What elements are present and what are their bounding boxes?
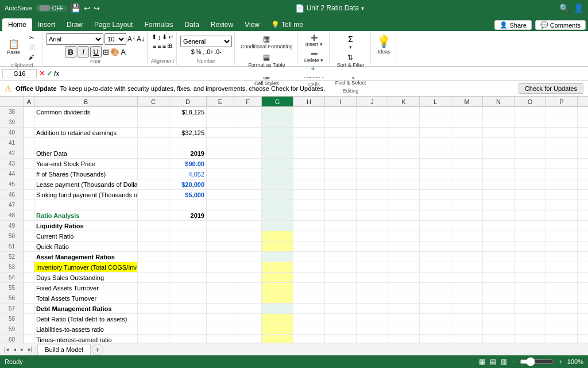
cell-h[interactable] [293, 293, 325, 303]
cell-o[interactable] [514, 200, 546, 210]
cell-h[interactable] [293, 273, 325, 282]
cell-c[interactable] [138, 138, 169, 148]
cell-d[interactable] [169, 241, 207, 251]
cell-c[interactable] [138, 117, 169, 127]
cell-e[interactable] [207, 179, 234, 189]
cell-m[interactable] [451, 241, 483, 251]
cell-f[interactable] [234, 159, 262, 168]
cell-d[interactable]: $5,000 [169, 190, 207, 200]
row-number[interactable]: 59 [0, 324, 24, 334]
cell-o[interactable] [514, 221, 546, 231]
conditional-formatting-button[interactable]: ▦ Conditional Formatting [238, 33, 295, 51]
cell-g[interactable] [262, 262, 293, 272]
cell-j[interactable] [357, 304, 388, 313]
cell-l[interactable] [420, 138, 451, 148]
cell-g[interactable] [262, 293, 293, 303]
cell-e[interactable] [207, 293, 234, 303]
col-header-g[interactable]: G [262, 97, 293, 106]
cell-d[interactable] [169, 117, 207, 127]
cell-n[interactable] [483, 231, 514, 241]
cell-e[interactable] [207, 138, 234, 148]
cell-k[interactable] [388, 252, 420, 262]
cell-q[interactable] [578, 159, 588, 168]
col-header-q[interactable]: Q [578, 97, 588, 106]
cell-h[interactable] [293, 314, 325, 324]
cell-i[interactable] [325, 262, 357, 272]
cell-q[interactable] [578, 241, 588, 251]
cell-m[interactable] [451, 262, 483, 272]
cell-e[interactable] [207, 148, 234, 158]
cell-o[interactable] [514, 304, 546, 313]
cell-l[interactable] [420, 231, 451, 241]
cell-l[interactable] [420, 169, 451, 179]
cell-a[interactable] [24, 335, 34, 343]
cell-h[interactable] [293, 128, 325, 137]
cell-g[interactable] [262, 324, 293, 334]
align-top-icon[interactable]: ⬆ [152, 33, 157, 41]
cell-j[interactable] [357, 179, 388, 189]
decrease-font-icon[interactable]: A↓ [137, 35, 145, 43]
cell-k[interactable] [388, 293, 420, 303]
cell-b[interactable]: Year-end Stock Price [34, 159, 138, 168]
cell-b[interactable] [34, 200, 138, 210]
cell-n[interactable] [483, 293, 514, 303]
row-number[interactable]: 43 [0, 159, 24, 168]
cell-m[interactable] [451, 159, 483, 168]
cell-j[interactable] [357, 159, 388, 168]
cell-m[interactable] [451, 190, 483, 200]
cell-i[interactable] [325, 241, 357, 251]
cell-j[interactable] [357, 128, 388, 137]
cell-i[interactable] [325, 128, 357, 137]
cell-d[interactable]: $20,000 [169, 179, 207, 189]
decrease-decimal-icon[interactable]: .0- [215, 49, 222, 55]
cell-j[interactable] [357, 252, 388, 262]
cell-p[interactable] [546, 210, 578, 220]
cell-b[interactable]: Days Sales Outstanding [34, 273, 138, 282]
row-number[interactable]: 41 [0, 138, 24, 148]
cell-l[interactable] [420, 190, 451, 200]
cell-j[interactable] [357, 262, 388, 272]
cell-i[interactable] [325, 304, 357, 313]
cell-f[interactable] [234, 210, 262, 220]
col-header-b[interactable]: B [34, 97, 138, 106]
tab-data[interactable]: Data [179, 18, 204, 31]
border-icon[interactable]: ⊞ [103, 48, 109, 56]
col-header-m[interactable]: M [451, 97, 483, 106]
cell-g[interactable] [262, 117, 293, 127]
profile-icon[interactable]: 👤 [574, 3, 583, 13]
cell-m[interactable] [451, 128, 483, 137]
cell-j[interactable] [357, 221, 388, 231]
cell-i[interactable] [325, 107, 357, 117]
cell-n[interactable] [483, 273, 514, 282]
cell-d[interactable] [169, 324, 207, 334]
cell-n[interactable] [483, 314, 514, 324]
align-left-icon[interactable]: ≡ [153, 43, 156, 49]
cell-p[interactable] [546, 293, 578, 303]
tab-insert[interactable]: Insert [32, 18, 61, 31]
cell-h[interactable] [293, 159, 325, 168]
cell-h[interactable] [293, 200, 325, 210]
cell-p[interactable] [546, 283, 578, 293]
cell-n[interactable] [483, 179, 514, 189]
cell-o[interactable] [514, 107, 546, 117]
cell-c[interactable] [138, 221, 169, 231]
tab-formulas[interactable]: Formulas [138, 18, 179, 31]
cell-n[interactable] [483, 252, 514, 262]
col-header-h[interactable]: H [293, 97, 325, 106]
tab-draw[interactable]: Draw [61, 18, 88, 31]
cell-i[interactable] [325, 231, 357, 241]
cell-i[interactable] [325, 273, 357, 282]
cell-n[interactable] [483, 210, 514, 220]
row-number[interactable]: 57 [0, 304, 24, 313]
cell-d[interactable] [169, 252, 207, 262]
cell-p[interactable] [546, 138, 578, 148]
cell-d[interactable]: $18,125 [169, 107, 207, 117]
cell-h[interactable] [293, 231, 325, 241]
row-number[interactable]: 42 [0, 148, 24, 158]
cell-d[interactable]: 4,052 [169, 169, 207, 179]
cell-b[interactable]: Lease payment (Thousands of Dollars) [34, 179, 138, 189]
percent-icon[interactable]: % [196, 48, 202, 55]
cell-d[interactable] [169, 293, 207, 303]
cell-o[interactable] [514, 314, 546, 324]
row-number[interactable]: 51 [0, 241, 24, 251]
